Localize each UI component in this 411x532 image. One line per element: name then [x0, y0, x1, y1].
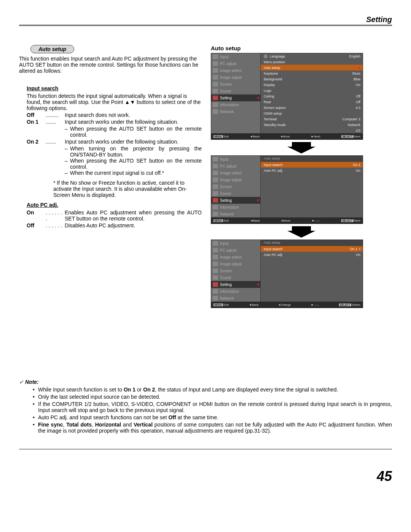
detail-row[interactable]: Standby modeNetwork	[261, 122, 363, 128]
menu-item[interactable]: Sound	[211, 274, 260, 281]
menu-item[interactable]: PC adjust	[211, 247, 260, 254]
note-section: ✓Note: •While Input search function is s…	[19, 379, 392, 434]
detail-label: Terminal	[264, 117, 340, 121]
menu-item-label: Setting	[220, 96, 257, 100]
menu-item[interactable]: Information	[211, 204, 260, 211]
menu-item[interactable]: Sound	[211, 190, 260, 197]
globe-icon	[264, 54, 268, 58]
menu-item[interactable]: Screen	[211, 183, 260, 190]
footer-back: Back	[252, 303, 259, 307]
menu-item[interactable]: Information	[211, 288, 260, 295]
footer-exit: Exit	[224, 303, 229, 307]
detail-value: On 1	[353, 163, 360, 167]
menu-item-icon	[213, 89, 218, 93]
detail-value: Off	[356, 100, 360, 104]
menu-badge: MENU	[213, 135, 223, 138]
detail-row[interactable]: HDMI setup	[261, 110, 363, 116]
option-row: On 1 ....... Input search works under th…	[27, 119, 202, 125]
menu-item[interactable]: Network	[211, 108, 260, 115]
detail-row[interactable]: RearOff	[261, 99, 363, 105]
detail-row[interactable]: TerminalComputer 2	[261, 116, 363, 122]
opt-key: Off	[27, 222, 46, 228]
detail-row[interactable]: Auto setup	[261, 65, 363, 70]
option-row: Off ......... Input search does not work…	[27, 112, 202, 118]
menu-item[interactable]: Network	[211, 211, 260, 217]
menu-item[interactable]: Image select	[211, 67, 260, 74]
detail-label: Background	[264, 77, 351, 81]
menu-item-icon	[213, 248, 218, 252]
opt-key: On 2	[27, 139, 46, 145]
menu-item[interactable]: Setting	[211, 281, 260, 288]
menu-item[interactable]: Screen	[211, 81, 260, 88]
detail-row[interactable]: Auto PC adj.On	[261, 252, 363, 257]
footer-select: Next	[354, 135, 360, 138]
sub-item: – When pressing the AUTO SET button on t…	[65, 126, 202, 138]
footer-next: -----	[314, 303, 319, 307]
bullet-icon: •	[33, 401, 38, 413]
input-search-title: Input search	[27, 85, 202, 91]
menu-item[interactable]: Input	[211, 240, 260, 247]
footer-exit: Exit	[224, 135, 229, 138]
detail-label: HDMI setup	[264, 112, 358, 115]
menu-item[interactable]: Sound	[211, 88, 260, 94]
menu-item[interactable]: PC adjust	[211, 60, 260, 67]
chevron-left-icon	[257, 96, 259, 99]
detail-row[interactable]: KeystoneStore	[261, 70, 363, 76]
note-text: Fine sync, Total dots, Horizontal and Ve…	[38, 422, 392, 434]
osd-footer: MENUExit ◄Back ♦Change ►----- SELECTSele…	[211, 302, 363, 308]
menu-item-label: Network	[220, 110, 259, 114]
menu-item-label: Sound	[220, 89, 259, 93]
menu-item-label: Setting	[220, 283, 257, 287]
detail-row[interactable]: Menu position	[261, 59, 363, 65]
detail-row[interactable]: LanguageEnglish	[261, 53, 363, 59]
menu-item-label: PC adjust	[220, 248, 259, 252]
menu-item-label: Input	[220, 157, 259, 161]
detail-row[interactable]: Input searchOn 1	[261, 162, 363, 168]
menu-item[interactable]: Image select	[211, 254, 260, 260]
updown-caret-icon: ♦	[359, 247, 360, 251]
bullet-icon: •	[33, 387, 38, 393]
select-badge: SELECT	[341, 219, 354, 222]
detail-value: Computer 2	[342, 117, 360, 121]
intro-text: This function enables Input search and A…	[19, 56, 202, 74]
opt-dots: . . . . . . .	[46, 209, 65, 222]
menu-item[interactable]: Setting	[211, 94, 260, 101]
menu-item-icon	[213, 109, 218, 114]
menu-item[interactable]: Image adjust	[211, 176, 260, 183]
opt-dots: .......	[46, 119, 65, 125]
menu-item-label: Image adjust	[220, 262, 259, 266]
menu-item-icon	[213, 177, 218, 182]
detail-row[interactable]: 1/3	[261, 128, 363, 133]
detail-row[interactable]: DisplayOn	[261, 82, 363, 88]
detail-value: English	[349, 54, 360, 58]
menu-item[interactable]: Image select	[211, 169, 260, 176]
footer-back: Back	[253, 219, 260, 222]
menu-item[interactable]: Network	[211, 295, 260, 302]
menu-item[interactable]: PC adjust	[211, 163, 260, 169]
menu-item[interactable]: Image adjust	[211, 260, 260, 267]
menu-item[interactable]: Input	[211, 53, 260, 60]
down-arrow-icon	[292, 226, 311, 232]
osd-screenshot-1: InputPC adjustImage selectImage adjustSc…	[211, 53, 363, 140]
menu-item[interactable]: Input	[211, 156, 260, 163]
detail-row[interactable]: Logo	[261, 88, 363, 93]
menu-item[interactable]: Image adjust	[211, 74, 260, 81]
left-column: Auto setup This function enables Input s…	[19, 45, 202, 310]
detail-row[interactable]: BackgroundBlue	[261, 76, 363, 82]
footer-select: Next	[354, 219, 360, 222]
menu-item[interactable]: Screen	[211, 267, 260, 274]
opt-val: Enables Auto PC adjustment when pressing…	[65, 209, 202, 222]
detail-row[interactable]: Auto PC adj.On	[261, 168, 363, 173]
detail-row[interactable]: CeilingOff	[261, 93, 363, 99]
menu-item-icon	[213, 268, 218, 273]
menu-item[interactable]: Setting	[211, 197, 260, 204]
detail-row[interactable]: Screen aspect4:3	[261, 105, 363, 110]
opt-dots: .........	[46, 112, 65, 118]
footer-move: Move	[283, 219, 290, 222]
menu-item-label: Image adjust	[220, 75, 259, 80]
menu-item-label: Image select	[220, 171, 259, 175]
sub-text: When pressing the AUTO SET button on the…	[70, 158, 202, 170]
menu-item[interactable]: Information	[211, 101, 260, 108]
note-item: •Fine sync, Total dots, Horizontal and V…	[33, 422, 392, 434]
detail-row[interactable]: Input searchOn 1♦	[261, 246, 363, 252]
